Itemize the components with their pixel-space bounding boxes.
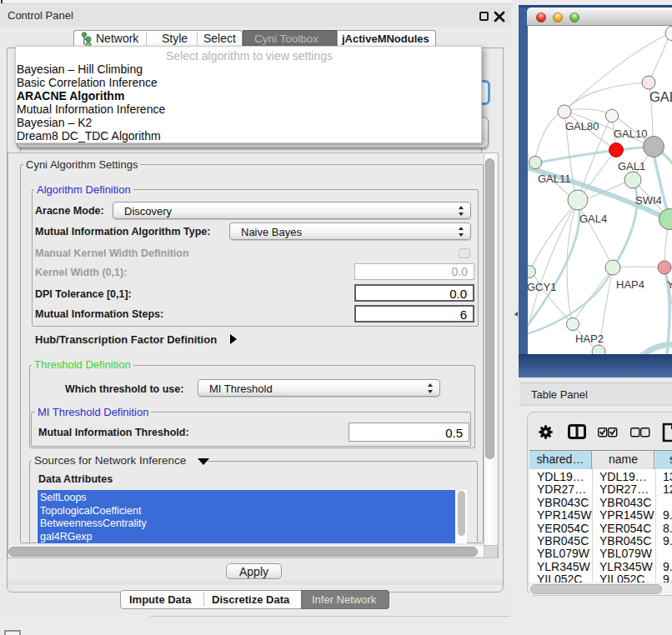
svg-text:GCY1: GCY1 [528,281,556,293]
svg-text:HAP2: HAP2 [575,332,604,345]
svg-text:HAP4: HAP4 [616,278,644,291]
svg-text:GAL7: GAL7 [649,89,672,104]
svg-text:SWI4: SWI4 [635,194,662,207]
svg-text:GAL10: GAL10 [614,128,647,140]
svg-text:GAL80: GAL80 [565,120,599,132]
svg-text:GAL1: GAL1 [618,160,645,172]
svg-text:Y: Y [667,278,672,291]
svg-text:GAL4: GAL4 [579,212,607,225]
svg-text:GAL11: GAL11 [538,172,571,185]
